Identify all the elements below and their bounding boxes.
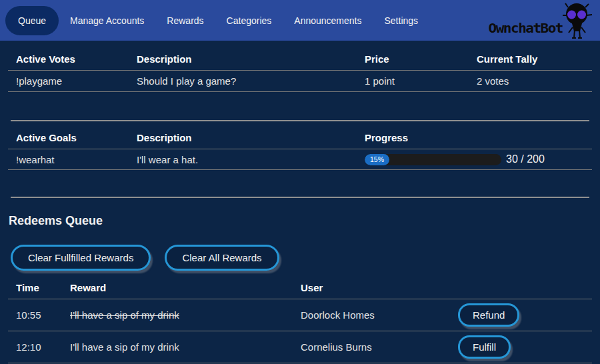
brand-wordmark: OwnchatBot (489, 23, 563, 35)
col-action (450, 276, 592, 299)
vote-tally: 2 votes (469, 71, 592, 92)
col-active-goals: Active Goals (8, 121, 129, 149)
tab-announcements[interactable]: Announcements (283, 7, 373, 34)
clear-all-rewards-button[interactable]: Clear All Rewards (165, 245, 279, 271)
redeems-actions: Clear Fullfilled Rewards Clear All Rewar… (11, 245, 592, 271)
col-description: Description (129, 121, 357, 149)
active-votes-header-row: Active Votes Description Price Current T… (8, 47, 592, 71)
goal-description: I'll wear a hat. (129, 149, 357, 170)
redeem-reward: I'll have a sip of my drink (62, 331, 293, 363)
redeems-queue-title: Redeems Queue (9, 214, 592, 228)
redeems-table: Time Reward User 10:55 I'll have a sip o… (8, 276, 592, 363)
table-row: 10:55 I'll have a sip of my drink Doorlo… (8, 299, 592, 331)
redeem-time: 12:10 (8, 331, 62, 363)
tab-queue[interactable]: Queue (5, 6, 59, 35)
goal-progress-bar: 15% (365, 154, 501, 165)
redeem-reward: I'll have a sip of my drink (62, 299, 293, 331)
tab-categories[interactable]: Categories (215, 7, 283, 34)
tab-rewards[interactable]: Rewards (155, 7, 215, 34)
redeem-user: Cornelius Burns (293, 331, 450, 363)
main-content: Active Votes Description Price Current T… (0, 41, 600, 363)
vote-price: 1 point (357, 71, 469, 92)
top-nav: Queue Manage Accounts Rewards Categories… (0, 0, 600, 41)
goal-progress-cell: 15% 30 / 200 (357, 149, 592, 170)
col-price: Price (357, 47, 469, 71)
goal-command: !wearhat (8, 149, 129, 170)
redeem-action-cell: Refund (450, 299, 592, 331)
redeem-user: Doorlock Homes (293, 299, 450, 331)
vote-description: Should I play a game? (129, 71, 357, 92)
redeems-header-row: Time Reward User (8, 276, 592, 299)
tab-settings[interactable]: Settings (373, 7, 429, 34)
redeem-action-cell: Fulfill (450, 331, 592, 363)
clear-fulfilled-rewards-button[interactable]: Clear Fullfilled Rewards (11, 245, 151, 271)
col-description: Description (129, 47, 357, 71)
table-row: 12:10 I'll have a sip of my drink Cornel… (8, 331, 592, 363)
active-goals-table: Active Goals Description Progress !wearh… (8, 121, 592, 170)
col-reward: Reward (62, 276, 293, 299)
col-progress: Progress (357, 121, 592, 149)
vote-command: !playgame (8, 71, 129, 92)
col-time: Time (8, 276, 62, 299)
active-votes-table: Active Votes Description Price Current T… (8, 47, 592, 92)
table-row: !playgame Should I play a game? 1 point … (8, 71, 592, 92)
redeem-time: 10:55 (8, 299, 62, 331)
fulfill-button[interactable]: Fulfill (458, 335, 511, 359)
refund-button[interactable]: Refund (458, 303, 519, 327)
col-active-votes: Active Votes (8, 47, 129, 71)
robot-mascot-icon (561, 1, 593, 39)
section-divider (11, 197, 589, 198)
col-user: User (293, 276, 450, 299)
tab-manage-accounts[interactable]: Manage Accounts (59, 7, 155, 34)
table-row: !wearhat I'll wear a hat. 15% 30 / 200 (8, 149, 592, 170)
active-goals-header-row: Active Goals Description Progress (8, 121, 592, 149)
brand-logo: OwnchatBot (489, 0, 593, 41)
goal-progress-percent-label: 15% (370, 155, 384, 163)
goal-progress-fill: 15% (365, 154, 389, 165)
goal-progress-count: 30 / 200 (506, 153, 545, 165)
col-current-tally: Current Tally (469, 47, 592, 71)
